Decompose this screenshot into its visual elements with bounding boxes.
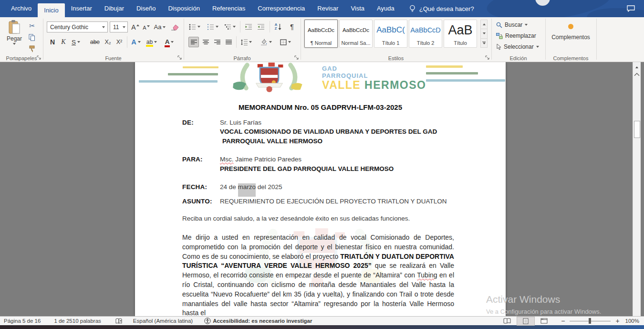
multilevel-list-button[interactable] (223, 21, 237, 32)
align-center-button[interactable] (200, 37, 211, 47)
print-layout-button[interactable] (517, 317, 535, 326)
header-line-yellow-right (426, 65, 463, 68)
font-dialog-launcher[interactable] (177, 55, 182, 60)
justify-button[interactable] (223, 37, 234, 47)
memo-title[interactable]: MEMORANDUM Nro. 05 GADPRVH-LFM-03-2025 (135, 103, 506, 111)
word-count[interactable]: 1 de 2510 palabras (54, 318, 101, 324)
clipboard-dialog-launcher[interactable] (36, 55, 42, 60)
format-painter-button[interactable] (27, 44, 37, 53)
bold-button[interactable]: N (48, 37, 57, 47)
salutation-line[interactable]: Reciba un cordial saludo, a la vez deseá… (182, 215, 410, 222)
style-titulo[interactable]: AaBTítulo (444, 20, 477, 48)
text-effects-button[interactable]: A (129, 37, 143, 47)
sort-button[interactable]: AZ (272, 21, 284, 32)
increase-indent-button[interactable] (255, 21, 267, 32)
tell-me-box[interactable]: ¿Qué desea hacer? (409, 0, 474, 17)
tab-diseno[interactable]: Diseño (130, 0, 162, 17)
tab-vista[interactable]: Vista (344, 0, 371, 17)
tab-referencias[interactable]: Referencias (206, 0, 251, 17)
zoom-level[interactable]: 100% (625, 318, 639, 324)
zoom-slider-handle[interactable] (589, 318, 591, 324)
styles-dialog-launcher[interactable] (485, 55, 490, 60)
tab-inicio[interactable]: Inicio (38, 3, 64, 17)
asunto-label[interactable]: ASUNTO: (182, 198, 212, 205)
zoom-out-button[interactable]: − (561, 317, 565, 325)
style-normal-sa[interactable]: AaBbCcDcNormal Sa... (339, 20, 373, 48)
vertical-scrollbar[interactable] (633, 62, 641, 316)
proofing-status[interactable] (115, 318, 123, 324)
cut-button[interactable]: ✂ (27, 21, 37, 31)
show-marks-button[interactable]: ¶ (287, 21, 297, 32)
de-role-line1[interactable]: VOCAL COMISIONADO DE VIALIDAD URBANA Y D… (220, 128, 437, 135)
style-titulo2[interactable]: AaBbCcDTítulo 2 (409, 20, 442, 48)
document-page[interactable]: GAD PARROQUIAL VALLE HERMOSO MEMORANDUM … (135, 62, 506, 316)
style-titulo1[interactable]: AaBbC(Título 1 (374, 20, 407, 48)
tab-revisar[interactable]: Revisar (311, 0, 344, 17)
zoom-in-button[interactable]: + (615, 317, 619, 325)
tab-archivo[interactable]: Archivo (5, 0, 38, 17)
styles-scroll-up-button[interactable] (481, 20, 487, 29)
language-indicator[interactable]: Español (América latina) (133, 318, 193, 324)
body-paragraph[interactable]: Me dirijo a usted en representación en c… (182, 233, 454, 316)
find-button[interactable]: Buscar (496, 21, 528, 28)
scrollbar-thumb[interactable] (634, 121, 640, 138)
tab-insertar[interactable]: Insertar (65, 0, 98, 17)
para-label[interactable]: PARA: (182, 156, 203, 163)
header-line-yellow-left (183, 66, 218, 68)
font-color-button[interactable]: A (162, 37, 177, 47)
para-value[interactable]: Msc. Jaime Patricio Paredes (220, 156, 301, 163)
comments-icon[interactable] (627, 5, 635, 12)
decrease-indent-button[interactable] (243, 21, 254, 32)
bullets-button[interactable] (187, 21, 202, 32)
italic-button[interactable]: K (59, 37, 68, 47)
zoom-slider[interactable] (570, 318, 611, 324)
change-case-button[interactable]: Aa (153, 21, 167, 32)
tab-dibujar[interactable]: Dibujar (98, 0, 130, 17)
web-layout-button[interactable] (535, 317, 553, 325)
tab-disposicion[interactable]: Disposición (162, 0, 206, 17)
de-role-line2[interactable]: PARROQUIAL VALLE HERMOSO (222, 138, 322, 145)
scroll-up-button[interactable] (633, 64, 641, 71)
read-mode-button[interactable] (498, 317, 517, 325)
addins-button[interactable]: Complementos (551, 22, 591, 41)
numbering-button[interactable] (206, 21, 220, 32)
group-font: Century Gothic 11 A A Aa N K S abe X₂ X²… (43, 17, 184, 62)
selected-word[interactable]: marzo (238, 183, 256, 191)
select-button[interactable]: Seleccionar (496, 43, 539, 50)
styles-more-button[interactable] (481, 38, 487, 47)
align-right-button[interactable] (212, 37, 222, 47)
font-name-select[interactable]: Century Gothic (47, 21, 108, 32)
strikethrough-button[interactable]: abe (88, 37, 102, 47)
borders-button[interactable] (277, 37, 293, 47)
shading-button[interactable] (258, 37, 273, 47)
clear-formatting-button[interactable] (169, 21, 180, 32)
fecha-label[interactable]: FECHA: (182, 183, 207, 191)
de-label[interactable]: DE: (182, 119, 194, 126)
ribbon-tabs: Archivo Inicio Insertar Dibujar Diseño D… (0, 0, 644, 17)
replace-button[interactable]: Reemplazar (496, 32, 536, 39)
copy-button[interactable] (27, 32, 37, 42)
underline-button[interactable]: S (69, 37, 83, 47)
highlight-color-button[interactable]: ab (144, 37, 159, 47)
tab-correspondencia[interactable]: Correspondencia (251, 0, 311, 17)
paragraph-dialog-launcher[interactable] (294, 55, 299, 60)
styles-scroll-down-button[interactable] (481, 29, 487, 38)
shrink-font-button[interactable]: A (141, 22, 151, 32)
accessibility-status[interactable]: Accesibilidad: es necesario investigar (204, 318, 312, 324)
font-size-select[interactable]: 11 (110, 21, 128, 32)
style-normal[interactable]: AaBbCcDc¶ Normal (304, 20, 338, 48)
asunto-value[interactable]: REQUERIMIENTO DE EJECUCIÓN DEL PROYECTO … (220, 198, 447, 205)
eraser-icon (171, 23, 179, 31)
subscript-button[interactable]: X₂ (102, 37, 114, 47)
align-left-button[interactable] (188, 37, 199, 47)
tab-ayuda[interactable]: Ayuda (371, 0, 401, 17)
para-role-line[interactable]: PRESIDENTE DEL GAD PARROQUIAL VALLE HERM… (220, 165, 394, 172)
paste-button[interactable]: Pegar (4, 20, 25, 45)
superscript-button[interactable]: X² (114, 37, 125, 47)
grow-font-button[interactable]: A (130, 21, 141, 32)
line-spacing-button[interactable] (239, 37, 253, 47)
de-value[interactable]: Sr. Luis Farías (220, 119, 261, 126)
collapse-ribbon-button[interactable] (634, 73, 640, 76)
page-indicator[interactable]: Página 5 de 16 (4, 318, 41, 324)
fecha-value[interactable]: 24 de marzo del 2025 (220, 183, 282, 191)
